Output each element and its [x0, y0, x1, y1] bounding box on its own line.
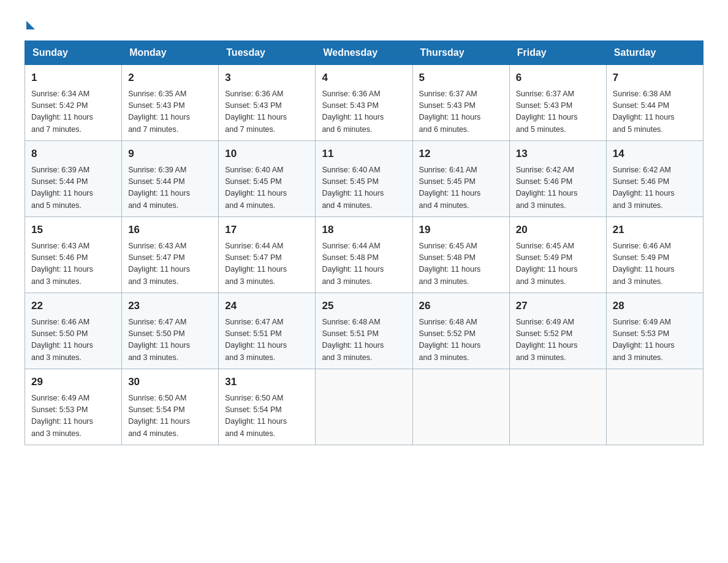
day-number: 22 — [31, 298, 115, 314]
calendar-week-row: 1Sunrise: 6:34 AMSunset: 5:42 PMDaylight… — [25, 65, 703, 141]
day-number: 25 — [322, 298, 406, 314]
day-info: Sunrise: 6:48 AMSunset: 5:52 PMDaylight:… — [419, 316, 503, 364]
calendar-cell: 29Sunrise: 6:49 AMSunset: 5:53 PMDayligh… — [25, 369, 122, 445]
calendar-cell: 9Sunrise: 6:39 AMSunset: 5:44 PMDaylight… — [122, 141, 219, 217]
day-number: 2 — [128, 70, 212, 86]
calendar-cell: 16Sunrise: 6:43 AMSunset: 5:47 PMDayligh… — [122, 217, 219, 293]
day-number: 31 — [225, 374, 309, 390]
day-info: Sunrise: 6:45 AMSunset: 5:49 PMDaylight:… — [516, 240, 600, 288]
calendar-cell: 4Sunrise: 6:36 AMSunset: 5:43 PMDaylight… — [316, 65, 412, 141]
day-info: Sunrise: 6:36 AMSunset: 5:43 PMDaylight:… — [225, 88, 309, 136]
day-info: Sunrise: 6:39 AMSunset: 5:44 PMDaylight:… — [31, 164, 115, 212]
day-number: 27 — [516, 298, 600, 314]
day-number: 24 — [225, 298, 309, 314]
day-info: Sunrise: 6:47 AMSunset: 5:50 PMDaylight:… — [128, 316, 212, 364]
calendar-cell: 2Sunrise: 6:35 AMSunset: 5:43 PMDaylight… — [122, 65, 219, 141]
day-info: Sunrise: 6:50 AMSunset: 5:54 PMDaylight:… — [225, 393, 309, 440]
calendar-cell: 30Sunrise: 6:50 AMSunset: 5:54 PMDayligh… — [122, 369, 219, 445]
day-number: 14 — [613, 146, 697, 162]
day-info: Sunrise: 6:41 AMSunset: 5:45 PMDaylight:… — [419, 164, 503, 212]
day-number: 1 — [31, 70, 115, 86]
calendar-cell — [509, 369, 606, 445]
day-info: Sunrise: 6:45 AMSunset: 5:48 PMDaylight:… — [419, 240, 503, 288]
logo — [25, 18, 35, 28]
day-info: Sunrise: 6:42 AMSunset: 5:46 PMDaylight:… — [613, 164, 697, 212]
calendar-cell: 22Sunrise: 6:46 AMSunset: 5:50 PMDayligh… — [25, 293, 122, 369]
day-info: Sunrise: 6:37 AMSunset: 5:43 PMDaylight:… — [516, 88, 600, 136]
weekday-header-friday: Friday — [509, 41, 606, 65]
day-info: Sunrise: 6:46 AMSunset: 5:50 PMDaylight:… — [31, 316, 115, 364]
calendar-table: SundayMondayTuesdayWednesdayThursdayFrid… — [25, 40, 703, 445]
calendar-cell: 20Sunrise: 6:45 AMSunset: 5:49 PMDayligh… — [509, 217, 606, 293]
calendar-cell — [606, 369, 703, 445]
day-number: 8 — [31, 146, 115, 162]
calendar-cell: 19Sunrise: 6:45 AMSunset: 5:48 PMDayligh… — [412, 217, 509, 293]
calendar-cell: 27Sunrise: 6:49 AMSunset: 5:52 PMDayligh… — [509, 293, 606, 369]
day-number: 18 — [322, 222, 406, 238]
calendar-cell: 10Sunrise: 6:40 AMSunset: 5:45 PMDayligh… — [219, 141, 316, 217]
day-info: Sunrise: 6:49 AMSunset: 5:53 PMDaylight:… — [613, 316, 697, 364]
day-number: 15 — [31, 222, 115, 238]
day-info: Sunrise: 6:42 AMSunset: 5:46 PMDaylight:… — [516, 164, 600, 212]
calendar-cell: 13Sunrise: 6:42 AMSunset: 5:46 PMDayligh… — [509, 141, 606, 217]
day-info: Sunrise: 6:46 AMSunset: 5:49 PMDaylight:… — [613, 240, 697, 288]
calendar-week-row: 8Sunrise: 6:39 AMSunset: 5:44 PMDaylight… — [25, 141, 703, 217]
weekday-header-monday: Monday — [122, 41, 219, 65]
day-info: Sunrise: 6:49 AMSunset: 5:53 PMDaylight:… — [31, 393, 115, 440]
calendar-week-row: 29Sunrise: 6:49 AMSunset: 5:53 PMDayligh… — [25, 369, 703, 445]
day-info: Sunrise: 6:50 AMSunset: 5:54 PMDaylight:… — [128, 393, 212, 440]
day-info: Sunrise: 6:43 AMSunset: 5:47 PMDaylight:… — [128, 240, 212, 288]
calendar-cell: 17Sunrise: 6:44 AMSunset: 5:47 PMDayligh… — [219, 217, 316, 293]
day-info: Sunrise: 6:35 AMSunset: 5:43 PMDaylight:… — [128, 88, 212, 136]
weekday-header-tuesday: Tuesday — [219, 41, 316, 65]
day-number: 20 — [516, 222, 600, 238]
calendar-cell: 6Sunrise: 6:37 AMSunset: 5:43 PMDaylight… — [509, 65, 606, 141]
calendar-cell: 5Sunrise: 6:37 AMSunset: 5:43 PMDaylight… — [412, 65, 509, 141]
day-info: Sunrise: 6:44 AMSunset: 5:48 PMDaylight:… — [322, 240, 406, 288]
day-number: 9 — [128, 146, 212, 162]
day-info: Sunrise: 6:44 AMSunset: 5:47 PMDaylight:… — [225, 240, 309, 288]
calendar-cell: 3Sunrise: 6:36 AMSunset: 5:43 PMDaylight… — [219, 65, 316, 141]
calendar-cell: 26Sunrise: 6:48 AMSunset: 5:52 PMDayligh… — [412, 293, 509, 369]
day-number: 3 — [225, 70, 309, 86]
calendar-cell: 8Sunrise: 6:39 AMSunset: 5:44 PMDaylight… — [25, 141, 122, 217]
day-number: 10 — [225, 146, 309, 162]
calendar-cell: 7Sunrise: 6:38 AMSunset: 5:44 PMDaylight… — [606, 65, 703, 141]
calendar-cell: 24Sunrise: 6:47 AMSunset: 5:51 PMDayligh… — [219, 293, 316, 369]
calendar-cell: 31Sunrise: 6:50 AMSunset: 5:54 PMDayligh… — [219, 369, 316, 445]
day-number: 26 — [419, 298, 503, 314]
day-info: Sunrise: 6:36 AMSunset: 5:43 PMDaylight:… — [322, 88, 406, 136]
day-number: 30 — [128, 374, 212, 390]
day-info: Sunrise: 6:40 AMSunset: 5:45 PMDaylight:… — [322, 164, 406, 212]
day-number: 5 — [419, 70, 503, 86]
day-number: 19 — [419, 222, 503, 238]
day-info: Sunrise: 6:43 AMSunset: 5:46 PMDaylight:… — [31, 240, 115, 288]
calendar-cell: 15Sunrise: 6:43 AMSunset: 5:46 PMDayligh… — [25, 217, 122, 293]
calendar-cell — [316, 369, 412, 445]
day-number: 13 — [516, 146, 600, 162]
day-info: Sunrise: 6:48 AMSunset: 5:51 PMDaylight:… — [322, 316, 406, 364]
calendar-cell: 12Sunrise: 6:41 AMSunset: 5:45 PMDayligh… — [412, 141, 509, 217]
weekday-header-saturday: Saturday — [606, 41, 703, 65]
calendar-cell: 25Sunrise: 6:48 AMSunset: 5:51 PMDayligh… — [316, 293, 412, 369]
day-number: 29 — [31, 374, 115, 390]
calendar-cell: 1Sunrise: 6:34 AMSunset: 5:42 PMDaylight… — [25, 65, 122, 141]
calendar-cell: 28Sunrise: 6:49 AMSunset: 5:53 PMDayligh… — [606, 293, 703, 369]
calendar-cell: 23Sunrise: 6:47 AMSunset: 5:50 PMDayligh… — [122, 293, 219, 369]
calendar-cell: 11Sunrise: 6:40 AMSunset: 5:45 PMDayligh… — [316, 141, 412, 217]
day-number: 6 — [516, 70, 600, 86]
weekday-header-sunday: Sunday — [25, 41, 122, 65]
weekday-header-row: SundayMondayTuesdayWednesdayThursdayFrid… — [25, 41, 703, 65]
calendar-week-row: 22Sunrise: 6:46 AMSunset: 5:50 PMDayligh… — [25, 293, 703, 369]
day-number: 4 — [322, 70, 406, 86]
weekday-header-wednesday: Wednesday — [316, 41, 412, 65]
day-info: Sunrise: 6:34 AMSunset: 5:42 PMDaylight:… — [31, 88, 115, 136]
day-number: 16 — [128, 222, 212, 238]
day-info: Sunrise: 6:47 AMSunset: 5:51 PMDaylight:… — [225, 316, 309, 364]
weekday-header-thursday: Thursday — [412, 41, 509, 65]
day-number: 12 — [419, 146, 503, 162]
day-number: 28 — [613, 298, 697, 314]
day-info: Sunrise: 6:39 AMSunset: 5:44 PMDaylight:… — [128, 164, 212, 212]
day-info: Sunrise: 6:38 AMSunset: 5:44 PMDaylight:… — [613, 88, 697, 136]
day-number: 11 — [322, 146, 406, 162]
